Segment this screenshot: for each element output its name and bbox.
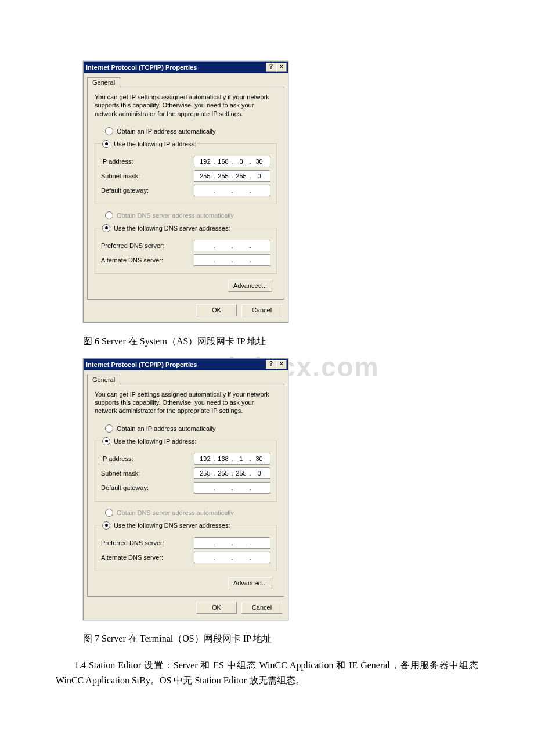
radio-icon: [105, 127, 113, 135]
gateway-label: Default gateway:: [101, 484, 188, 491]
close-icon[interactable]: ×: [276, 360, 287, 369]
radio-obtain-ip-auto[interactable]: Obtain an IP address automatically: [105, 126, 277, 136]
ok-button[interactable]: OK: [196, 602, 237, 614]
radio-icon: [102, 140, 110, 148]
tcpip-dialog-1: Internet Protocol (TCP/IP) Properties ? …: [83, 61, 288, 323]
radio-icon: [102, 437, 110, 445]
radio-icon: [105, 509, 113, 517]
radio-icon: [102, 521, 110, 530]
radio-label: Obtain DNS server address automatically: [117, 212, 234, 219]
dialog-title: Internet Protocol (TCP/IP) Properties: [86, 64, 197, 71]
dns-group: Use the following DNS server addresses: …: [95, 223, 277, 274]
cancel-button[interactable]: Cancel: [241, 304, 282, 316]
radio-use-ip[interactable]: Use the following IP address:: [102, 436, 196, 447]
radio-label: Use the following IP address:: [114, 438, 196, 445]
radio-use-dns[interactable]: Use the following DNS server addresses:: [102, 223, 230, 233]
gateway-input[interactable]: . . .: [194, 185, 270, 196]
gateway-label: Default gateway:: [101, 187, 188, 194]
radio-label: Obtain an IP address automatically: [117, 128, 215, 135]
radio-icon: [102, 224, 110, 232]
gateway-input[interactable]: . . .: [194, 482, 270, 494]
subnet-label: Subnet mask:: [101, 470, 188, 477]
radio-icon: [105, 211, 113, 219]
ip-group: Use the following IP address: IP address…: [95, 139, 277, 204]
pref-dns-input[interactable]: . . .: [194, 240, 270, 251]
alt-dns-input[interactable]: . . .: [194, 552, 270, 563]
description-text: You can get IP settings assigned automat…: [95, 390, 277, 415]
ip-address-label: IP address:: [101, 455, 188, 462]
radio-obtain-ip-auto[interactable]: Obtain an IP address automatically: [105, 423, 277, 434]
figure-caption-7: 图 7 Server 在 Terminal（OS）网段网卡 IP 地址: [83, 633, 534, 645]
radio-label: Use the following DNS server addresses:: [114, 522, 230, 529]
tab-general[interactable]: General: [87, 77, 120, 87]
pref-dns-label: Preferred DNS server:: [101, 242, 188, 249]
pref-dns-input[interactable]: . . .: [194, 537, 270, 549]
radio-use-dns[interactable]: Use the following DNS server addresses:: [102, 520, 230, 531]
description-text: You can get IP settings assigned automat…: [95, 93, 277, 118]
help-icon[interactable]: ?: [266, 63, 276, 72]
body-paragraph: 1.4 Station Editor 设置：Server 和 ES 中组态 Wi…: [56, 658, 478, 689]
radio-label: Obtain DNS server address automatically: [117, 509, 234, 516]
radio-use-ip[interactable]: Use the following IP address:: [102, 139, 196, 149]
ip-address-label: IP address:: [101, 158, 188, 165]
ok-button[interactable]: OK: [196, 304, 237, 316]
tcpip-dialog-2: Internet Protocol (TCP/IP) Properties ? …: [83, 358, 288, 620]
pref-dns-label: Preferred DNS server:: [101, 539, 188, 546]
help-icon[interactable]: ?: [266, 360, 276, 369]
radio-label: Use the following DNS server addresses:: [114, 225, 230, 232]
radio-label: Obtain an IP address automatically: [117, 425, 215, 432]
subnet-input[interactable]: 255. 255. 255. 0: [194, 467, 270, 479]
subnet-input[interactable]: 255. 255. 255. 0: [194, 170, 270, 182]
tab-general[interactable]: General: [87, 375, 120, 384]
close-icon[interactable]: ×: [276, 63, 287, 72]
subnet-label: Subnet mask:: [101, 172, 188, 179]
alt-dns-input[interactable]: . . .: [194, 254, 270, 266]
radio-label: Use the following IP address:: [114, 141, 196, 147]
cancel-button[interactable]: Cancel: [241, 602, 282, 614]
alt-dns-label: Alternate DNS server:: [101, 554, 188, 561]
titlebar: Internet Protocol (TCP/IP) Properties ? …: [84, 359, 288, 370]
advanced-button[interactable]: Advanced...: [228, 577, 272, 589]
titlebar: Internet Protocol (TCP/IP) Properties ? …: [84, 62, 288, 73]
alt-dns-label: Alternate DNS server:: [101, 257, 188, 264]
ip-group: Use the following IP address: IP address…: [95, 436, 277, 502]
radio-obtain-dns-auto: Obtain DNS server address automatically: [105, 210, 277, 221]
dialog-title: Internet Protocol (TCP/IP) Properties: [86, 361, 197, 368]
dns-group: Use the following DNS server addresses: …: [95, 520, 277, 571]
advanced-button[interactable]: Advanced...: [228, 280, 272, 292]
ip-address-input[interactable]: 192. 168. 1. 30: [194, 453, 270, 465]
radio-icon: [105, 424, 113, 433]
figure-caption-6: 图 6 Server 在 System（AS）网段网卡 IP 地址: [83, 336, 534, 348]
radio-obtain-dns-auto: Obtain DNS server address automatically: [105, 507, 277, 518]
ip-address-input[interactable]: 192. 168. 0. 30: [194, 156, 270, 167]
